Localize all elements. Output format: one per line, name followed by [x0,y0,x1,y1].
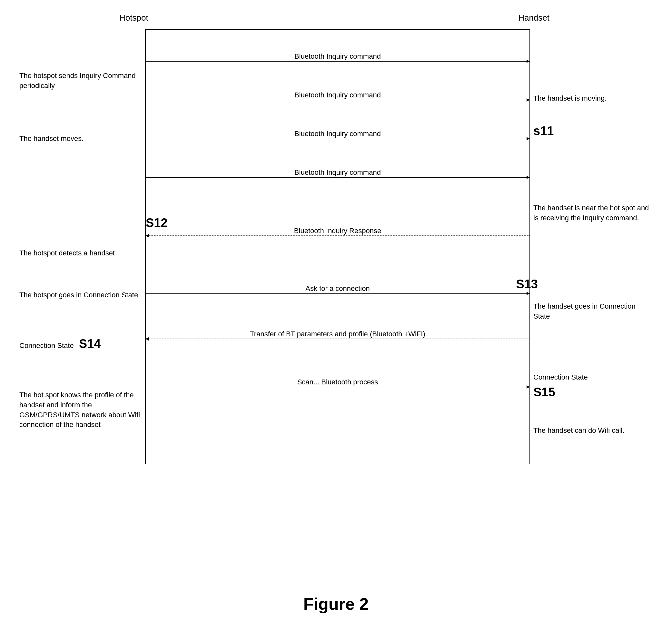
left-note-2: The handset moves. [19,134,139,144]
arrow-4: Bluetooth Inquiry command [146,177,529,178]
arrow-7-label: Transfer of BT parameters and profile (B… [146,330,529,338]
left-note-3: The hotspot detects a handset [19,248,142,258]
figure-caption: Figure 2 [0,594,672,614]
arrow-1: Bluetooth Inquiry command [146,61,529,62]
arrow-6: Ask for a connection [146,293,529,294]
arrow-5-label: Bluetooth Inquiry Response [146,227,529,235]
right-note-1: The handset is moving. [533,94,653,103]
left-note-5-text: Connection State [19,341,74,351]
arrow-6-label: Ask for a connection [146,285,529,293]
sequence-diagram: Bluetooth Inquiry command Bluetooth Inqu… [19,29,653,545]
left-note-5: Connection State S14 [19,335,142,352]
top-line [145,29,530,30]
right-note-3: The handset is near the hot spot and is … [533,203,653,223]
arrow-2: Bluetooth Inquiry command [146,100,529,100]
right-note-7: The handset can do Wifi call. [533,425,653,436]
lifeline-handset [529,29,530,464]
state-s14: S14 [79,335,101,352]
arrow-8-label: Scan... Bluetooth process [146,378,529,386]
handset-label: Handset [518,13,550,23]
right-note-s15: S15 [533,384,653,401]
arrow-7: Transfer of BT parameters and profile (B… [146,339,529,339]
right-note-s11: s11 [533,123,653,140]
right-note-4: The handset goes in Connection State [533,301,653,321]
arrow-4-label: Bluetooth Inquiry command [146,168,529,177]
arrow-3-label: Bluetooth Inquiry command [146,130,529,138]
arrow-3: Bluetooth Inquiry command [146,139,529,139]
hotspot-label: Hotspot [119,13,148,23]
diagram-container: Hotspot Handset Bluetooth Inquiry comman… [19,13,653,568]
left-note-6: The hot spot knows the profile of the ha… [19,390,142,430]
left-note-1: The hotspot sends Inquiry Command period… [19,71,139,91]
arrow-8: Scan... Bluetooth process [146,387,529,387]
right-note-5: Connection State [533,372,653,383]
arrow-1-label: Bluetooth Inquiry command [146,52,529,60]
arrow-2-label: Bluetooth Inquiry command [146,91,529,99]
left-note-4: The hotspot goes in Connection State [19,290,142,300]
